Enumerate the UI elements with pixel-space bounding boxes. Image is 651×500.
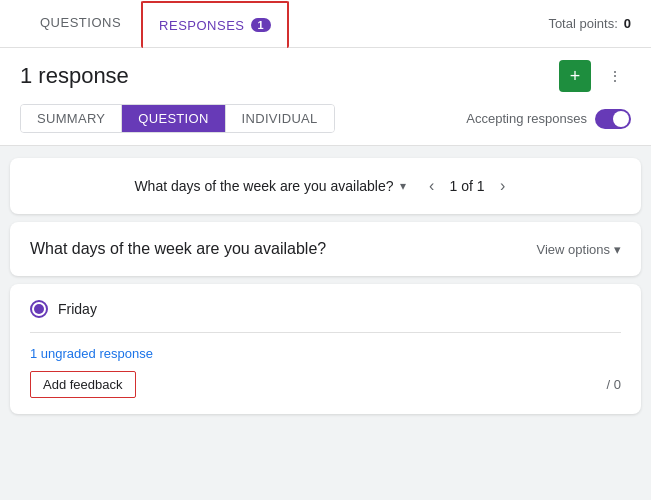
- view-tabs: SUMMARY QUESTION INDIVIDUAL: [20, 104, 335, 133]
- tab-questions[interactable]: QUESTIONS: [20, 0, 141, 47]
- responses-badge: 1: [251, 18, 272, 32]
- top-tabs: QUESTIONS RESPONSES 1: [20, 0, 289, 47]
- feedback-row: Add feedback / 0: [30, 371, 621, 398]
- prev-arrow-icon: ‹: [429, 177, 434, 195]
- answer-card: Friday 1 ungraded response Add feedback …: [10, 284, 641, 414]
- top-bar: QUESTIONS RESPONSES 1 Total points: 0: [0, 0, 651, 48]
- page-of: of: [461, 178, 473, 194]
- question-tab-label: QUESTION: [138, 111, 208, 126]
- tab-individual[interactable]: INDIVIDUAL: [226, 105, 334, 132]
- questions-tab-label: QUESTIONS: [40, 15, 121, 30]
- tab-question[interactable]: QUESTION: [122, 105, 225, 132]
- radio-button: [30, 300, 48, 318]
- summary-tab-label: SUMMARY: [37, 111, 105, 126]
- answer-label: Friday: [58, 301, 97, 317]
- more-options-button[interactable]: ⋮: [599, 60, 631, 92]
- next-arrow-icon: ›: [500, 177, 505, 195]
- divider: [30, 332, 621, 333]
- add-to-sheet-button[interactable]: +: [559, 60, 591, 92]
- total-points-label: Total points:: [548, 16, 617, 31]
- response-header: 1 response + ⋮: [0, 48, 651, 100]
- individual-tab-label: INDIVIDUAL: [242, 111, 318, 126]
- ungraded-response-link[interactable]: 1 ungraded response: [30, 346, 153, 361]
- next-question-button[interactable]: ›: [489, 172, 517, 200]
- accepting-toggle[interactable]: [595, 109, 631, 129]
- header-actions: + ⋮: [559, 60, 631, 92]
- question-dropdown[interactable]: What days of the week are you available?…: [134, 178, 405, 194]
- add-sheet-icon: +: [570, 66, 581, 87]
- dropdown-chevron-icon: ▾: [400, 179, 406, 193]
- page-total: 1: [477, 178, 485, 194]
- question-dropdown-text: What days of the week are you available?: [134, 178, 393, 194]
- prev-question-button[interactable]: ‹: [418, 172, 446, 200]
- view-options-button[interactable]: View options ▾: [537, 242, 621, 257]
- response-count: 1 response: [20, 63, 129, 89]
- more-vert-icon: ⋮: [608, 68, 622, 84]
- view-tabs-row: SUMMARY QUESTION INDIVIDUAL Accepting re…: [0, 100, 651, 146]
- nav-arrows: ‹ 1 of 1 ›: [418, 172, 517, 200]
- radio-selected-indicator: [34, 304, 44, 314]
- page-indicator: 1 of 1: [450, 178, 485, 194]
- tab-responses[interactable]: RESPONSES 1: [141, 1, 289, 48]
- view-options-chevron-icon: ▾: [614, 242, 621, 257]
- answer-option: Friday: [30, 300, 621, 318]
- score-display: / 0: [607, 377, 621, 392]
- view-options-label: View options: [537, 242, 610, 257]
- page-current: 1: [450, 178, 458, 194]
- question-nav-card: What days of the week are you available?…: [10, 158, 641, 214]
- total-points-value: 0: [624, 16, 631, 31]
- add-feedback-button[interactable]: Add feedback: [30, 371, 136, 398]
- tab-summary[interactable]: SUMMARY: [21, 105, 122, 132]
- accepting-responses-row: Accepting responses: [466, 109, 631, 129]
- total-points-area: Total points: 0: [548, 16, 631, 31]
- question-text: What days of the week are you available?: [30, 240, 326, 258]
- responses-tab-label: RESPONSES: [159, 18, 244, 33]
- accepting-label: Accepting responses: [466, 111, 587, 126]
- question-card: What days of the week are you available?…: [10, 222, 641, 276]
